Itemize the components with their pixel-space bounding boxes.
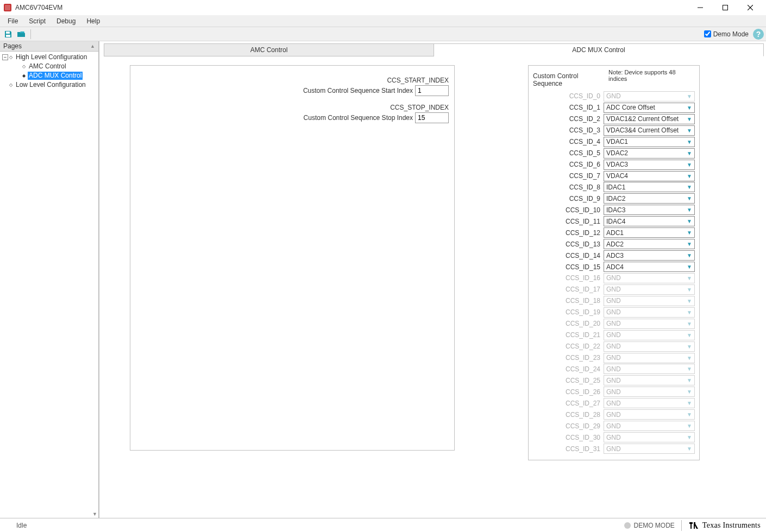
scroll-up-icon[interactable]: ▲ <box>90 43 95 49</box>
ccs-row-label: CCS_ID_14 <box>533 252 601 259</box>
ccs-row: CCS_ID_19GND▼ <box>533 307 695 318</box>
ccs-row-select[interactable]: ADC2▼ <box>604 239 695 249</box>
save-icon[interactable] <box>2 28 14 40</box>
ccs-stop-label: Custom Control Sequence Stop Index <box>304 114 413 122</box>
ccs-row-value: GND <box>606 365 621 373</box>
ccs-row-label: CCS_ID_20 <box>533 320 601 327</box>
ccs-row-value: GND <box>606 308 621 316</box>
ccs-row: CCS_ID_27GND▼ <box>533 397 695 409</box>
ccs-row-label: CCS_ID_3 <box>533 126 601 134</box>
ccs-row-value: GND <box>606 400 621 407</box>
maximize-button[interactable] <box>713 0 738 15</box>
demo-mode-checkbox[interactable] <box>704 30 711 37</box>
ccs-row: CCS_ID_14ADC3▼ <box>533 250 695 261</box>
ccs-row-label: CCS_ID_28 <box>533 411 601 419</box>
svg-rect-7 <box>6 35 10 37</box>
minimize-button[interactable] <box>688 0 713 15</box>
chevron-down-icon: ▼ <box>687 150 692 156</box>
ccs-row: CCS_ID_26GND▼ <box>533 386 695 397</box>
chevron-down-icon: ▼ <box>687 241 692 247</box>
ccs-row-label: CCS_ID_30 <box>533 434 601 441</box>
tree-item[interactable]: −High Level Configuration <box>0 53 98 62</box>
ccs-row-label: CCS_ID_15 <box>533 263 601 271</box>
ccs-row: CCS_ID_25GND▼ <box>533 375 695 386</box>
ccs-row-select[interactable]: VDAC1&2 Current Offset▼ <box>604 114 695 124</box>
tree-expander-icon[interactable]: − <box>2 54 8 60</box>
ccs-row-value: GND <box>606 274 621 282</box>
ccs-row-select[interactable]: VDAC2▼ <box>604 148 695 159</box>
svg-rect-6 <box>6 31 10 34</box>
ccs-row-select: GND▼ <box>604 387 695 397</box>
ccs-row-value: VDAC3&4 Current Offset <box>606 126 679 134</box>
demo-mode-toggle[interactable]: Demo Mode <box>704 30 749 38</box>
ccs-row: CCS_ID_7VDAC4▼ <box>533 170 695 182</box>
ccs-row: CCS_ID_24GND▼ <box>533 364 695 375</box>
tree-item-label: Low Level Configuration <box>15 81 87 89</box>
chevron-down-icon: ▼ <box>687 446 692 452</box>
ccs-row-select[interactable]: ADC Core Offset▼ <box>604 103 695 113</box>
ccs-row-select[interactable]: IDAC2▼ <box>604 193 695 204</box>
ccs-row-label: CCS_ID_1 <box>533 104 601 111</box>
ccs-row-value: GND <box>606 343 621 350</box>
nav-tree: −High Level ConfigurationAMC ControlADC … <box>0 52 98 518</box>
ccs-row-select[interactable]: IDAC3▼ <box>604 205 695 215</box>
chevron-down-icon: ▼ <box>687 116 692 122</box>
chevron-down-icon: ▼ <box>687 173 692 179</box>
ccs-row-select[interactable]: VDAC4▼ <box>604 171 695 181</box>
ccs-row-select[interactable]: VDAC3▼ <box>604 160 695 170</box>
menu-help[interactable]: Help <box>81 16 105 26</box>
ccs-sequence-note: Note: Device supports 48 indices <box>608 69 695 82</box>
ccs-row-select: GND▼ <box>604 444 695 454</box>
menu-debug[interactable]: Debug <box>51 16 81 26</box>
ccs-row-value: IDAC4 <box>606 218 625 225</box>
ccs-row-label: CCS_ID_5 <box>533 149 601 157</box>
chevron-down-icon: ▼ <box>687 105 692 111</box>
ccs-start-input[interactable] <box>415 85 449 96</box>
tab-adc-mux-control[interactable]: ADC MUX Control <box>434 43 764 56</box>
chevron-down-icon: ▼ <box>687 400 692 406</box>
ccs-row-label: CCS_ID_27 <box>533 400 601 407</box>
ccs-row-value: GND <box>606 331 621 339</box>
ccs-row-select[interactable]: ADC1▼ <box>604 227 695 238</box>
ccs-row-select: GND▼ <box>604 375 695 385</box>
ccs-row-value: GND <box>606 422 621 430</box>
tree-item[interactable]: AMC Control <box>0 62 98 71</box>
ccs-row-label: CCS_ID_24 <box>533 365 601 373</box>
help-icon[interactable]: ? <box>753 29 764 40</box>
ccs-row-label: CCS_ID_2 <box>533 115 601 123</box>
ccs-row-select[interactable]: VDAC1▼ <box>604 137 695 147</box>
tab-amc-control[interactable]: AMC Control <box>104 43 434 56</box>
ccs-row-select: GND▼ <box>604 421 695 431</box>
ccs-row: CCS_ID_18GND▼ <box>533 295 695 307</box>
status-idle: Idle <box>16 522 27 529</box>
tree-item[interactable]: ADC MUX Control <box>0 71 98 80</box>
ccs-row-label: CCS_ID_23 <box>533 354 601 362</box>
ccs-row-select[interactable]: ADC3▼ <box>604 250 695 261</box>
titlebar: AMC6V704EVM <box>0 0 766 15</box>
tree-bullet-icon <box>9 53 12 61</box>
ccs-row-label: CCS_ID_25 <box>533 377 601 384</box>
menu-file[interactable]: File <box>2 16 23 26</box>
ccs-row-select[interactable]: ADC4▼ <box>604 262 695 272</box>
ccs-row-select: GND▼ <box>604 319 695 329</box>
ccs-row-select[interactable]: IDAC1▼ <box>604 182 695 192</box>
ccs-row: CCS_ID_13ADC2▼ <box>533 238 695 250</box>
ccs-row-label: CCS_ID_29 <box>533 422 601 430</box>
tree-item[interactable]: Low Level Configuration <box>0 80 98 90</box>
ccs-row-label: CCS_ID_0 <box>533 92 601 100</box>
close-button[interactable] <box>738 0 763 15</box>
menubar: File Script Debug Help <box>0 15 766 27</box>
ccs-row-select[interactable]: VDAC3&4 Current Offset▼ <box>604 125 695 136</box>
ccs-row-label: CCS_ID_11 <box>533 218 601 225</box>
chevron-down-icon: ▼ <box>687 195 692 201</box>
scroll-down-icon[interactable]: ▼ <box>92 511 97 517</box>
chevron-down-icon: ▼ <box>687 309 692 315</box>
tree-item-label: ADC MUX Control <box>28 72 83 80</box>
status-demo: DEMO MODE <box>634 522 675 529</box>
menu-script[interactable]: Script <box>23 16 51 26</box>
ccs-stop-input[interactable] <box>415 112 449 123</box>
open-folder-icon[interactable] <box>15 28 27 40</box>
chevron-down-icon: ▼ <box>687 423 692 429</box>
ccs-sequence-title: Custom Control Sequence <box>533 69 608 87</box>
ccs-row-select[interactable]: IDAC4▼ <box>604 216 695 226</box>
